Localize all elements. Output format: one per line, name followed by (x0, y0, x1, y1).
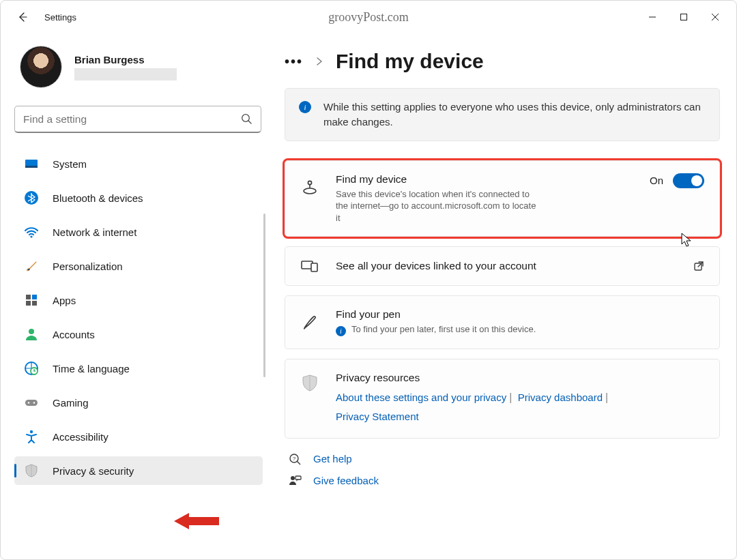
svg-point-24 (291, 476, 295, 480)
open-link-icon (693, 261, 704, 271)
toggle-state-label: On (650, 175, 663, 186)
svg-rect-6 (26, 295, 31, 299)
wifi-icon (24, 224, 39, 239)
profile-email-redacted (74, 68, 177, 80)
pen-icon (300, 314, 319, 331)
svg-point-14 (28, 402, 30, 404)
page-title: Find my device (336, 50, 484, 73)
globe-clock-icon (24, 361, 39, 376)
card-find-my-device: Find my device Save this device's locati… (285, 160, 720, 237)
card-see-devices[interactable]: See all your devices linked to your acco… (285, 246, 720, 286)
svg-point-16 (30, 430, 33, 433)
svg-rect-13 (25, 400, 38, 406)
card-subtitle: iTo find your pen later, first use it on… (336, 323, 704, 336)
info-icon: i (299, 101, 311, 113)
link-label: Get help (313, 453, 352, 465)
window-controls (637, 6, 731, 28)
minimize-button[interactable] (637, 6, 668, 28)
devices-icon (300, 259, 319, 273)
card-title: Find your pen (336, 308, 704, 321)
svg-rect-7 (32, 295, 37, 299)
sidebar-item-label: Personalization (53, 261, 123, 272)
link-about-settings[interactable]: About these settings and your privacy (336, 392, 506, 403)
sidebar-item-label: Network & internet (53, 226, 136, 238)
give-feedback-link[interactable]: Give feedback (285, 470, 720, 492)
sidebar-item-personalization[interactable]: Personalization (14, 252, 263, 280)
link-label: Give feedback (313, 475, 379, 486)
sidebar-item-accessibility[interactable]: Accessibility (14, 422, 263, 451)
shield-icon (300, 374, 319, 392)
sidebar-item-label: Privacy & security (53, 465, 134, 477)
card-title: Privacy resources (336, 372, 704, 384)
svg-point-17 (308, 181, 311, 184)
svg-rect-20 (311, 263, 317, 271)
bluetooth-icon (24, 190, 39, 205)
avatar (20, 46, 62, 88)
system-icon (24, 156, 39, 171)
svg-text:?: ? (293, 456, 296, 462)
profile-name: Brian Burgess (74, 54, 177, 65)
card-privacy-resources: Privacy resources About these settings a… (285, 359, 720, 438)
sidebar-item-apps[interactable]: Apps (14, 286, 263, 314)
close-button[interactable] (699, 6, 731, 28)
find-my-device-toggle[interactable] (673, 173, 704, 188)
sidebar-item-label: Gaming (53, 397, 89, 409)
search-box[interactable] (14, 106, 261, 133)
search-input[interactable] (23, 113, 241, 126)
link-privacy-statement[interactable]: Privacy Statement (336, 411, 419, 422)
card-subtitle: Save this device's location when it's co… (336, 188, 540, 224)
svg-point-5 (30, 235, 32, 237)
maximize-button[interactable] (668, 6, 699, 28)
person-icon (24, 327, 39, 342)
help-icon: ? (287, 452, 302, 466)
app-title: Settings (44, 12, 76, 23)
breadcrumb-more-icon[interactable]: ••• (285, 54, 303, 70)
back-button[interactable] (12, 6, 33, 28)
sidebar-item-gaming[interactable]: Gaming (14, 388, 263, 417)
svg-rect-25 (295, 476, 301, 480)
footer-links: ? Get help Give feedback (285, 448, 720, 492)
nav-scrollbar[interactable] (263, 213, 265, 377)
svg-rect-8 (26, 301, 31, 306)
sidebar-item-network[interactable]: Network & internet (14, 218, 263, 246)
apps-icon (24, 293, 39, 308)
sidebar-item-time-language[interactable]: Time & language (14, 354, 263, 383)
brush-icon (24, 259, 39, 274)
nav-list: System Bluetooth & devices Network & int… (14, 149, 263, 560)
sidebar-item-system[interactable]: System (14, 149, 263, 178)
sidebar-item-label: System (53, 158, 87, 170)
sidebar: Brian Burgess System Bluetooth & devices… (1, 33, 268, 560)
svg-rect-0 (681, 14, 687, 20)
sidebar-item-label: Bluetooth & devices (53, 192, 143, 204)
svg-point-10 (29, 329, 34, 334)
info-banner: i While this setting applies to everyone… (285, 88, 720, 141)
svg-rect-9 (32, 301, 37, 306)
location-pin-icon (300, 177, 319, 195)
search-icon (241, 113, 252, 125)
accessibility-icon (24, 429, 39, 444)
shield-icon (24, 463, 39, 478)
feedback-icon (287, 474, 302, 488)
link-privacy-dashboard[interactable]: Privacy dashboard (518, 392, 603, 403)
get-help-link[interactable]: ? Get help (285, 448, 720, 470)
card-title: Find my device (336, 173, 633, 186)
sidebar-item-label: Accounts (53, 329, 95, 340)
info-icon: i (336, 326, 346, 336)
svg-point-18 (304, 188, 316, 194)
watermark-text: groovyPost.com (328, 10, 409, 25)
sidebar-item-bluetooth[interactable]: Bluetooth & devices (14, 183, 263, 212)
sidebar-item-accounts[interactable]: Accounts (14, 320, 263, 349)
profile-block[interactable]: Brian Burgess (14, 46, 263, 88)
sidebar-item-privacy-security[interactable]: Privacy & security (14, 456, 263, 485)
titlebar: Settings groovyPost.com (1, 1, 736, 33)
card-find-pen: Find your pen iTo find your pen later, f… (285, 295, 720, 349)
info-text: While this setting applies to everyone w… (323, 100, 706, 130)
breadcrumb: ••• Find my device (285, 50, 720, 73)
svg-point-15 (33, 402, 35, 404)
sidebar-item-label: Accessibility (53, 431, 109, 443)
chevron-right-icon (315, 57, 323, 65)
sidebar-item-label: Apps (53, 295, 76, 306)
svg-rect-3 (25, 166, 38, 168)
main-content: ••• Find my device i While this setting … (268, 33, 736, 560)
sidebar-item-label: Time & language (53, 363, 130, 374)
